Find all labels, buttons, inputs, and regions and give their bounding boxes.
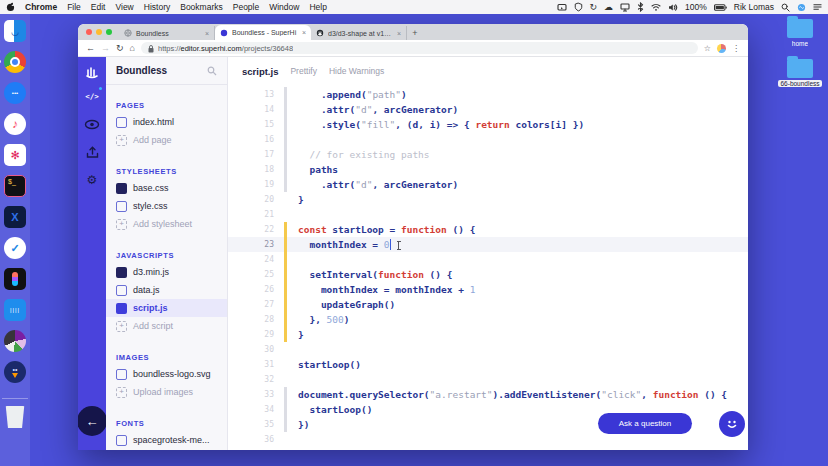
code-line-13[interactable]: 13 .append("path"): [228, 87, 748, 102]
code-line-32[interactable]: 32: [228, 372, 748, 387]
desktop-folder-66-boundless[interactable]: 66-boundless: [778, 56, 822, 87]
prettify-button[interactable]: Prettify: [290, 66, 316, 76]
upload-icon[interactable]: [78, 138, 106, 166]
code-line-29[interactable]: 29}: [228, 327, 748, 342]
hide-warnings-button[interactable]: Hide Warnings: [329, 66, 384, 76]
menubar-item-history[interactable]: History: [144, 2, 170, 12]
help-smiley-button[interactable]: [719, 411, 745, 437]
sync-icon[interactable]: ↻: [590, 3, 598, 12]
code-line-25[interactable]: 25 setInterval(function () {: [228, 267, 748, 282]
sidebar-item-index.html[interactable]: index.html: [116, 113, 227, 131]
dock-item-finder[interactable]: [4, 20, 26, 42]
address-bar[interactable]: https://editor.superhi.com/projects/3664…: [141, 42, 698, 54]
forward-button[interactable]: →: [101, 44, 110, 53]
apple-menu-icon[interactable]: [6, 2, 15, 12]
code-area[interactable]: 13 .append("path")14 .attr("d", arcGener…: [228, 87, 748, 450]
code-line-36[interactable]: 36: [228, 432, 748, 447]
code-line-28[interactable]: 28 }, 500): [228, 312, 748, 327]
code-line-14[interactable]: 14 .attr("d", arcGenerator): [228, 102, 748, 117]
dock-item-bird[interactable]: [4, 361, 26, 383]
menubar-item-window[interactable]: Window: [269, 2, 299, 12]
search-icon[interactable]: [207, 62, 217, 80]
siri-icon[interactable]: [797, 3, 806, 12]
menubar-item-edit[interactable]: Edit: [91, 2, 106, 12]
dock-item-terminal[interactable]: [4, 175, 26, 197]
gear-icon[interactable]: ⚙: [78, 166, 106, 194]
sidebar-item-script.js[interactable]: script.js: [116, 299, 227, 317]
tab-close-icon[interactable]: ×: [397, 30, 401, 37]
code-line-23[interactable]: 23 monthIndex = 0: [228, 237, 748, 252]
profile-avatar[interactable]: [717, 44, 726, 53]
code-line-31[interactable]: 31startLoop(): [228, 357, 748, 372]
dock-item-chrome[interactable]: [4, 51, 26, 73]
reload-button[interactable]: ↻: [116, 44, 124, 53]
menubar-item-people[interactable]: People: [233, 2, 259, 12]
desktop-folder-home[interactable]: home: [778, 16, 822, 47]
sidebar-item-base.css[interactable]: base.css: [116, 179, 227, 197]
sidebar-item-d3.min.js[interactable]: d3.min.js: [116, 263, 227, 281]
dock-item-figma[interactable]: [4, 268, 26, 290]
sidebar-item-boundless-logo.svg[interactable]: boundless-logo.svg: [116, 365, 227, 383]
sidebar-item-Upload images[interactable]: +Upload images: [116, 383, 227, 401]
dock-item-mail[interactable]: [4, 237, 26, 259]
sidebar-item-style.css[interactable]: style.css: [116, 197, 227, 215]
browser-menu-icon[interactable]: ⋮: [732, 44, 740, 53]
code-line-33[interactable]: 33document.querySelector("a.restart").ad…: [228, 387, 748, 402]
minimize-window-button[interactable]: [96, 29, 102, 35]
code-line-19[interactable]: 19 .attr("d", arcGenerator): [228, 177, 748, 192]
code-editor[interactable]: script.js Prettify Hide Warnings 13 .app…: [228, 57, 748, 450]
code-line-17[interactable]: 17 // for existing paths: [228, 147, 748, 162]
sidebar-item-Add stylesheet[interactable]: +Add stylesheet: [116, 215, 227, 233]
cloud-icon[interactable]: ☁: [604, 3, 613, 12]
code-line-21[interactable]: 21: [228, 207, 748, 222]
dock-item-media[interactable]: [4, 330, 26, 352]
sidebar-item-spacegrotesk-me...[interactable]: spacegrotesk-me...: [116, 431, 227, 449]
code-line-18[interactable]: 18 paths: [228, 162, 748, 177]
volume-icon[interactable]: [668, 3, 678, 12]
dock-item-music[interactable]: [4, 113, 26, 135]
close-window-button[interactable]: [86, 29, 92, 35]
code-line-24[interactable]: 24: [228, 252, 748, 267]
browser-tab-1[interactable]: Boundless×: [119, 26, 215, 40]
screen-mirroring-icon[interactable]: [557, 3, 567, 12]
home-button[interactable]: ⌂: [130, 44, 135, 53]
menubar-item-chrome[interactable]: Chrome: [25, 2, 57, 12]
wifi-icon[interactable]: [651, 3, 661, 11]
sidebar-item-Add page[interactable]: +Add page: [116, 131, 227, 149]
dock-item-slack[interactable]: [4, 144, 26, 166]
dock-item-code-app[interactable]: [4, 206, 26, 228]
ask-a-question-button[interactable]: Ask a question: [598, 413, 692, 434]
search-icon[interactable]: [781, 3, 790, 12]
back-button[interactable]: ←: [86, 44, 95, 53]
bluetooth-icon[interactable]: [637, 2, 644, 12]
tab-close-icon[interactable]: ×: [302, 29, 306, 36]
display-icon[interactable]: [620, 3, 630, 12]
zoom-window-button[interactable]: [106, 29, 112, 35]
code-line-27[interactable]: 27 updateGraph(): [228, 297, 748, 312]
code-line-26[interactable]: 26 monthIndex = monthIndex + 1: [228, 282, 748, 297]
browser-tab-3[interactable]: d3/d3-shape at v1.3.4×: [311, 26, 407, 40]
sidebar-item-file[interactable]: [116, 449, 227, 450]
eye-icon[interactable]: [78, 110, 106, 138]
code-line-22[interactable]: 22const startLoop = function () {: [228, 222, 748, 237]
menubar-item-bookmarks[interactable]: Bookmarks: [180, 2, 223, 12]
browser-tab-2[interactable]: Boundless - SuperHi×: [215, 25, 311, 40]
dock-item-trash[interactable]: [4, 406, 26, 428]
bookmark-star-icon[interactable]: ☆: [704, 44, 711, 53]
dock-item-intercom[interactable]: [4, 299, 26, 321]
tab-close-icon[interactable]: ×: [205, 30, 209, 37]
sidebar-item-data.js[interactable]: data.js: [116, 281, 227, 299]
code-line-16[interactable]: 16: [228, 132, 748, 147]
shield-icon[interactable]: [574, 2, 583, 12]
code-line-20[interactable]: 20}: [228, 192, 748, 207]
sidebar-item-Add script[interactable]: +Add script: [116, 317, 227, 335]
user-name[interactable]: Rik Lomas: [734, 2, 774, 12]
code-line-15[interactable]: 15 .style("fill", (d, i) => { return col…: [228, 117, 748, 132]
code-line-30[interactable]: 30: [228, 342, 748, 357]
menubar-item-view[interactable]: View: [115, 2, 133, 12]
menubar-item-file[interactable]: File: [67, 2, 81, 12]
menubar-item-help[interactable]: Help: [309, 2, 326, 12]
new-tab-button[interactable]: +: [407, 28, 423, 40]
code-icon[interactable]: </>: [78, 82, 106, 110]
back-to-dashboard-button[interactable]: ←: [78, 406, 107, 436]
